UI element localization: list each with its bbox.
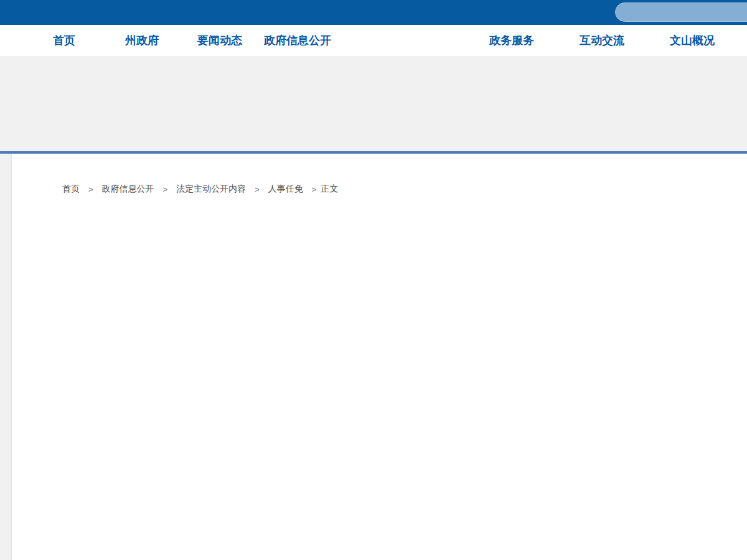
search-input[interactable] bbox=[615, 2, 747, 22]
main-nav: 首页 州政府 要闻动态 政府信息公开 政务服务 互动交流 文山概况 bbox=[0, 25, 747, 56]
breadcrumb: 首页 > 政府信息公开 > 法定主动公开内容 > 人事任免 > 正文 bbox=[62, 184, 338, 195]
nav-item-wenshan-overview[interactable]: 文山概况 bbox=[670, 25, 715, 56]
nav-item-govt-services[interactable]: 政务服务 bbox=[489, 25, 534, 56]
nav-item-news[interactable]: 要闻动态 bbox=[197, 25, 242, 56]
left-gutter bbox=[0, 154, 12, 560]
breadcrumb-item-home[interactable]: 首页 bbox=[62, 184, 80, 195]
content-area: 首页 > 政府信息公开 > 法定主动公开内容 > 人事任免 > 正文 bbox=[0, 154, 747, 560]
hero-banner bbox=[0, 56, 747, 154]
breadcrumb-separator: > bbox=[312, 185, 317, 194]
breadcrumb-separator: > bbox=[255, 185, 260, 194]
nav-item-home[interactable]: 首页 bbox=[53, 25, 75, 56]
breadcrumb-item-info-disclosure[interactable]: 政府信息公开 bbox=[102, 184, 154, 195]
breadcrumb-separator: > bbox=[163, 185, 168, 194]
nav-item-info-disclosure[interactable]: 政府信息公开 bbox=[264, 25, 331, 56]
nav-item-interaction[interactable]: 互动交流 bbox=[580, 25, 624, 56]
nav-item-prefecture-govt[interactable]: 州政府 bbox=[125, 25, 159, 56]
breadcrumb-item-current: 正文 bbox=[321, 184, 338, 195]
breadcrumb-item-statutory-disclosure[interactable]: 法定主动公开内容 bbox=[176, 184, 246, 195]
breadcrumb-separator: > bbox=[88, 185, 93, 194]
breadcrumb-item-personnel[interactable]: 人事任免 bbox=[268, 184, 303, 195]
top-bar bbox=[0, 0, 747, 25]
